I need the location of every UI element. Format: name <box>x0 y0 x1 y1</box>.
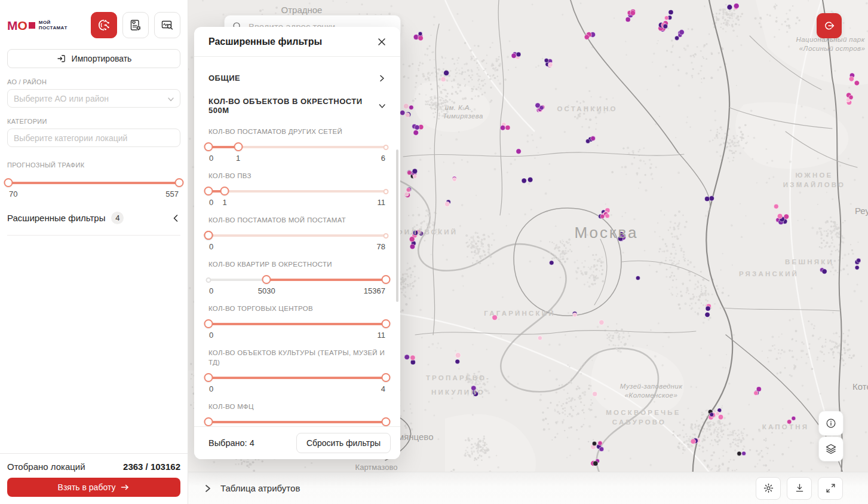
slider-handle-lower[interactable] <box>204 319 213 328</box>
slider-handle-lower[interactable] <box>4 178 13 187</box>
range-slider[interactable] <box>8 178 179 188</box>
slider-rail-inactive-left <box>208 279 266 281</box>
mode-ai-analysis-button[interactable] <box>91 12 117 38</box>
slider-mark: 4 <box>381 384 385 393</box>
svg-text:Музей-заповедник: Музей-заповедник <box>620 383 683 390</box>
slider-rail-inactive-right <box>208 234 386 237</box>
slider-mark: 0 <box>209 154 213 163</box>
reset-filters-button[interactable]: Сбросить фильтры <box>296 433 391 453</box>
info-button[interactable] <box>818 411 844 436</box>
traffic-label: ПРОГНОЗНЫЙ ТРАФИК <box>7 161 180 169</box>
slider-marks: 011 <box>208 331 386 341</box>
chevron-right-icon <box>204 484 212 493</box>
filter-slider-group: КОЛ-ВО ПОСТАМАТОВ МОЙ ПОСТАМАТ078 <box>208 215 386 252</box>
settings-button[interactable] <box>756 477 781 500</box>
filter-slider-group: КОЛ-ВО ПОСТАМАТОВ ДРУГИХ СЕТЕЙ016 <box>208 127 386 164</box>
advanced-filters-toggle[interactable]: Расширенные фильтры 4 <box>7 212 180 236</box>
svg-text:МОСКВОРЕЧЬЕ: МОСКВОРЕЧЬЕ <box>606 409 680 416</box>
take-to-work-label: Взять в работу <box>58 482 116 492</box>
slider-mark: 11 <box>378 198 386 207</box>
panel-content: ОБЩИЕ КОЛ-ВО ОБЪЕКТОВ В ОКРЕСТНОСТИ 500М… <box>194 57 400 426</box>
slider-marks: 04 <box>208 384 386 395</box>
slider-endcap-max <box>384 145 389 150</box>
filter-slider-group: КОЛ-ВО КВАРТИР В ОКРЕСТНОСТИ0503015367 <box>208 259 386 297</box>
district-select[interactable] <box>7 89 180 108</box>
section-objects-500m[interactable]: КОЛ-ВО ОБЪЕКТОВ В ОКРЕСТНОСТИ 500М <box>208 97 386 115</box>
slider-handle-lower[interactable] <box>204 142 213 151</box>
slider-handle-upper[interactable] <box>382 275 391 284</box>
slider-active-range <box>208 377 386 379</box>
categories-select-input[interactable] <box>8 133 180 143</box>
categories-select[interactable] <box>7 129 180 147</box>
slider-handle-lower[interactable] <box>204 373 213 382</box>
fullscreen-button[interactable] <box>818 477 843 500</box>
slider-handle-lower[interactable] <box>204 417 213 426</box>
chevron-left-icon <box>171 213 180 223</box>
slider-handle-lower[interactable] <box>262 275 271 284</box>
slider-handle-upper[interactable] <box>220 187 229 196</box>
slider-mark: 5030 <box>258 286 275 295</box>
slider-handle-upper[interactable] <box>382 417 391 426</box>
filter-slider-group: КОЛ-ВО ПВЗ0111 <box>208 171 386 208</box>
import-button[interactable]: Импортировать <box>7 49 180 68</box>
logo-square <box>29 22 35 29</box>
slider-handle-upper[interactable] <box>234 142 243 151</box>
range-slider[interactable] <box>208 231 386 240</box>
range-slider[interactable] <box>208 187 386 196</box>
fullscreen-icon <box>825 482 836 494</box>
attribute-table-toggle[interactable]: Таблица атрибутов <box>204 483 300 493</box>
slider-mark: 0 <box>209 384 213 393</box>
panel-footer: Выбрано: 4 Сбросить фильтры <box>194 426 400 459</box>
slider-marks: 70557 <box>8 190 179 200</box>
logo-mark: М О <box>7 19 35 32</box>
range-slider[interactable] <box>208 417 386 426</box>
take-to-work-button[interactable]: Взять в работу <box>7 478 180 497</box>
range-slider[interactable] <box>208 142 386 152</box>
section-general[interactable]: ОБЩИЕ <box>208 74 386 83</box>
range-slider[interactable] <box>208 275 386 285</box>
svg-text:ЮЖНОЕ: ЮЖНОЕ <box>796 172 833 179</box>
monitor-search-icon <box>160 18 174 32</box>
filter-slider-label: КОЛ-ВО МФЦ <box>208 402 386 411</box>
slider-endcap-max <box>384 233 389 239</box>
download-button[interactable] <box>787 477 812 500</box>
info-icon <box>825 417 837 429</box>
section-objects-500m-label: КОЛ-ВО ОБЪЕКТОВ В ОКРЕСТНОСТИ 500М <box>208 97 378 115</box>
slider-mark: 6 <box>381 154 385 163</box>
advanced-filters-panel: Расширенные фильтры ОБЩИЕ КОЛ-ВО ОБЪЕКТО… <box>194 27 400 459</box>
brain-network-icon <box>96 17 112 33</box>
logo-title: МОЙ ПОСТАМАТ <box>39 20 68 30</box>
slider-handle-upper[interactable] <box>204 231 213 240</box>
svg-text:«Коломенское»: «Коломенское» <box>625 392 677 399</box>
district-label: АО / РАЙОН <box>7 78 180 85</box>
slider-handle-lower[interactable] <box>204 187 213 196</box>
svg-text:Картмазово: Картмазово <box>355 463 398 472</box>
svg-text:им. К.А.: им. К.А. <box>445 104 472 111</box>
close-button[interactable] <box>374 34 389 50</box>
chevron-right-icon <box>378 74 386 83</box>
mode-analytics-search-button[interactable] <box>154 12 180 38</box>
svg-text:НИКУЛИНО: НИКУЛИНО <box>431 389 485 396</box>
range-slider[interactable] <box>208 373 386 383</box>
slider-mark: 0 <box>209 198 213 207</box>
district-select-input[interactable] <box>8 94 180 103</box>
slider-mark: 70 <box>9 190 17 198</box>
slider-handle-upper[interactable] <box>382 373 391 382</box>
slider-mark: 1 <box>236 154 240 163</box>
panel-scrollbar[interactable] <box>396 149 398 302</box>
import-label: Импортировать <box>72 54 132 63</box>
layers-button[interactable] <box>818 436 844 462</box>
slider-mark: 0 <box>209 286 213 295</box>
range-slider[interactable] <box>208 319 386 329</box>
filter-slider-label: КОЛ-ВО ПОСТАМАТОВ МОЙ ПОСТАМАТ <box>208 215 386 225</box>
filter-slider-group: КОЛ-ВО ОБЪЕКТОВ КУЛЬТУРЫ (ТЕАТРЫ, МУЗЕЙ … <box>208 348 386 395</box>
slider-endcap-min <box>206 277 211 283</box>
advanced-filters-label: Расширенные фильтры <box>7 213 105 223</box>
svg-text:РЯЗАНСКИЙ: РЯЗАНСКИЙ <box>739 270 799 277</box>
selected-locations-label: Отобрано локаций <box>7 462 85 472</box>
slider-handle-upper[interactable] <box>382 319 391 328</box>
slider-marks: 078 <box>208 242 386 252</box>
slider-handle-upper[interactable] <box>175 178 184 187</box>
logout-button[interactable] <box>817 13 842 38</box>
mode-card-settings-button[interactable] <box>122 12 149 38</box>
